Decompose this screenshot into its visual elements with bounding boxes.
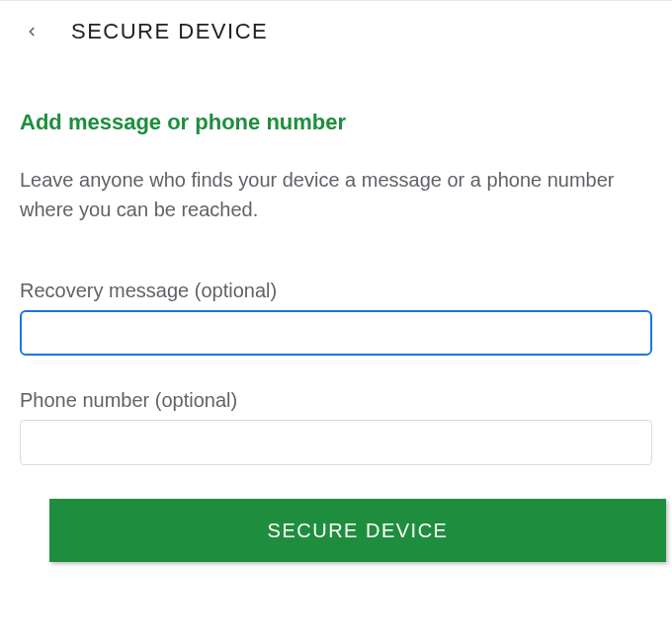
recovery-message-input[interactable] <box>20 310 652 356</box>
phone-number-input[interactable] <box>20 420 652 465</box>
header: SECURE DEVICE <box>0 1 672 60</box>
content-area: Add message or phone number Leave anyone… <box>0 60 672 465</box>
secure-device-button[interactable]: SECURE DEVICE <box>49 499 666 562</box>
recovery-message-field-group: Recovery message (optional) <box>20 280 652 356</box>
recovery-message-label: Recovery message (optional) <box>20 280 652 302</box>
button-container: SECURE DEVICE <box>0 499 672 562</box>
phone-number-field-group: Phone number (optional) <box>20 389 652 465</box>
section-description: Leave anyone who finds your device a mes… <box>20 165 652 224</box>
page-title: SECURE DEVICE <box>71 19 268 44</box>
section-title: Add message or phone number <box>20 110 652 135</box>
back-icon[interactable] <box>20 20 43 43</box>
phone-number-label: Phone number (optional) <box>20 389 652 412</box>
